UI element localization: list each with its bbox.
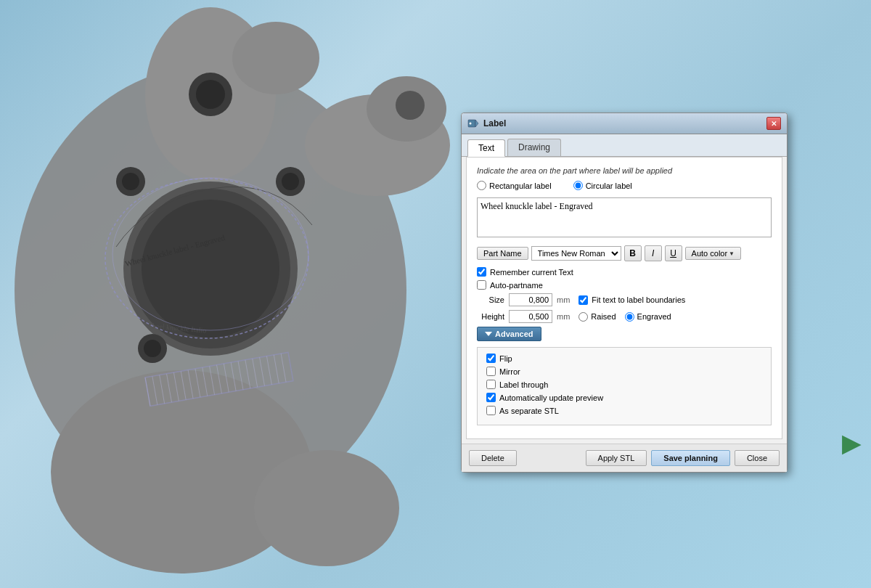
- mirror-label: Mirror: [499, 367, 520, 376]
- font-select[interactable]: Times New Roman: [531, 246, 621, 261]
- auto-partname-label: Auto-partname: [490, 281, 543, 290]
- label-text-area[interactable]: [477, 197, 772, 237]
- part-name-button[interactable]: Part Name: [477, 247, 528, 260]
- fit-text-label: Fit text to label boundaries: [592, 295, 685, 304]
- remember-text-label: Remember current Text: [490, 268, 573, 277]
- circular-label-radio[interactable]: Circular label: [573, 181, 632, 190]
- italic-button[interactable]: I: [645, 245, 662, 261]
- tab-text[interactable]: Text: [467, 139, 505, 157]
- delete-button[interactable]: Delete: [469, 450, 517, 466]
- dialog-main-content: Indicate the area on the part where labe…: [466, 157, 782, 439]
- size-row: Size mm Fit text to label boundaries: [477, 293, 772, 306]
- circular-label-text: Circular label: [586, 181, 632, 190]
- circular-radio-input[interactable]: [573, 181, 583, 190]
- footer-right-buttons: Apply STL Save planning Close: [586, 450, 780, 466]
- as-separate-stl-row[interactable]: As separate STL: [486, 406, 762, 415]
- mirror-checkbox[interactable]: [486, 367, 496, 376]
- bold-button[interactable]: B: [624, 245, 642, 261]
- svg-point-46: [470, 123, 472, 125]
- remember-text-row[interactable]: Remember current Text: [477, 267, 772, 277]
- auto-partname-checkbox[interactable]: [477, 280, 486, 290]
- label-through-row[interactable]: Label through: [486, 380, 762, 389]
- save-planning-button[interactable]: Save planning: [651, 450, 730, 466]
- remember-text-checkbox[interactable]: [477, 267, 486, 277]
- svg-marker-45: [475, 120, 478, 127]
- auto-update-label: Automatically update preview: [499, 393, 603, 402]
- engraved-label: Engraved: [637, 312, 671, 321]
- label-dialog: Label ✕ Text Drawing Indicate the area o…: [461, 113, 788, 473]
- tab-bar: Text Drawing: [462, 134, 787, 157]
- auto-update-checkbox[interactable]: [486, 393, 496, 402]
- nav-arrow: ▶: [842, 430, 860, 457]
- mirror-row[interactable]: Mirror: [486, 367, 762, 376]
- instruction-text: Indicate the area on the part where labe…: [477, 166, 772, 175]
- flip-checkbox[interactable]: [486, 354, 496, 363]
- fit-text-checkbox[interactable]: [578, 295, 588, 305]
- advanced-panel: Flip Mirror Label through Automatically …: [477, 347, 772, 425]
- engraved-radio-label[interactable]: Engraved: [625, 312, 671, 322]
- label-through-label: Label through: [499, 380, 548, 389]
- raised-label: Raised: [591, 312, 616, 321]
- advanced-triangle-icon: [485, 332, 492, 336]
- raised-radio[interactable]: [578, 312, 588, 322]
- dialog-title: Label: [483, 118, 506, 128]
- tab-drawing[interactable]: Drawing: [507, 139, 561, 156]
- label-type-group: Rectangular label Circular label: [477, 181, 772, 190]
- underline-button[interactable]: U: [665, 245, 682, 261]
- advanced-button[interactable]: Advanced: [477, 327, 541, 341]
- fit-text-row[interactable]: Fit text to label boundaries: [578, 295, 685, 305]
- apply-stl-button[interactable]: Apply STL: [586, 450, 647, 466]
- auto-update-row[interactable]: Automatically update preview: [486, 393, 762, 402]
- flip-row[interactable]: Flip: [486, 354, 762, 363]
- height-row: Height mm Raised Engraved: [477, 310, 772, 323]
- color-label: Auto color: [692, 249, 728, 258]
- height-unit: mm: [557, 312, 570, 321]
- rectangular-label-radio[interactable]: Rectangular label: [477, 181, 552, 190]
- advanced-label: Advanced: [495, 330, 533, 338]
- engraved-radio[interactable]: [625, 312, 634, 322]
- as-separate-stl-label: As separate STL: [499, 407, 559, 415]
- rectangular-radio-input[interactable]: [477, 181, 486, 190]
- flip-label: Flip: [499, 354, 512, 363]
- size-unit: mm: [557, 295, 570, 304]
- height-label: Height: [477, 312, 504, 321]
- height-input[interactable]: [509, 310, 552, 323]
- as-separate-stl-checkbox[interactable]: [486, 406, 496, 415]
- dialog-footer: Delete Apply STL Save planning Close: [462, 444, 787, 472]
- size-input[interactable]: [509, 293, 552, 306]
- auto-partname-row[interactable]: Auto-partname: [477, 280, 772, 290]
- color-dropdown-arrow: ▼: [729, 250, 735, 257]
- color-button[interactable]: Auto color ▼: [685, 247, 741, 260]
- close-button-footer[interactable]: Close: [735, 450, 780, 466]
- rectangular-label-text: Rectangular label: [489, 181, 552, 190]
- label-through-checkbox[interactable]: [486, 380, 496, 389]
- text-toolbar: Part Name Times New Roman B I U Auto col…: [477, 245, 772, 261]
- label-icon: [467, 118, 479, 129]
- close-button[interactable]: ✕: [766, 117, 781, 130]
- size-label: Size: [477, 295, 504, 304]
- title-bar: Label ✕: [462, 113, 787, 134]
- title-bar-left: Label: [467, 118, 506, 129]
- raised-radio-label[interactable]: Raised: [578, 312, 616, 322]
